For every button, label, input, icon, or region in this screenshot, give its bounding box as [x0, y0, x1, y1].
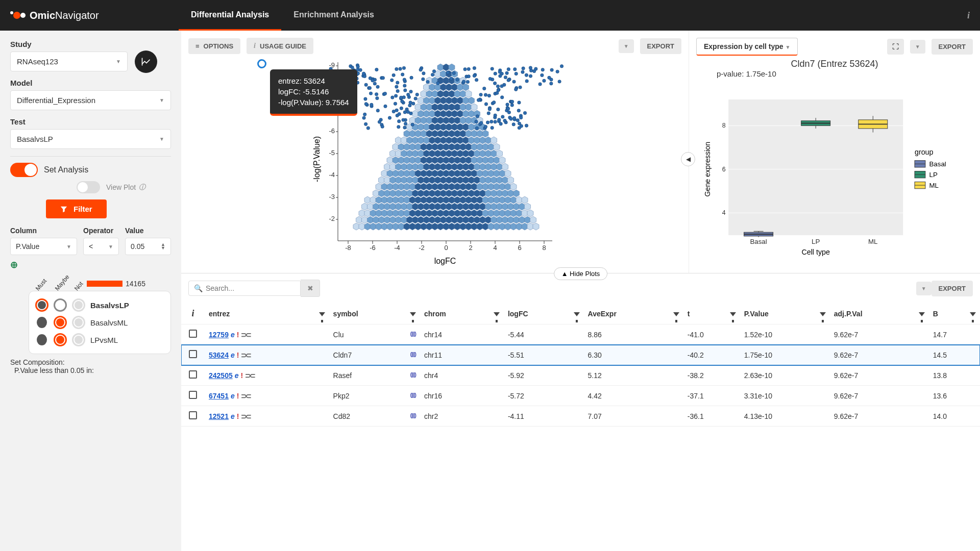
col-adjpval[interactable]: adj.P.Val	[830, 303, 929, 324]
value-input[interactable]: 0.05▲▼	[125, 238, 171, 255]
entrez-link[interactable]: 242505	[209, 371, 233, 380]
usage-guide-button[interactable]: i USAGE GUIDE	[247, 38, 313, 54]
must-dot-icon[interactable]	[35, 333, 48, 346]
db-icon[interactable]: (|||)	[410, 392, 416, 398]
ensembl-bang-icon[interactable]: !	[241, 371, 243, 380]
col-pvalue[interactable]: P.Value	[740, 303, 830, 324]
ensembl-icon[interactable]: e	[231, 351, 235, 359]
collapse-panel-button[interactable]: ◀	[681, 152, 695, 166]
search-input[interactable]	[206, 284, 295, 292]
info-column-icon[interactable]: i	[191, 308, 194, 318]
ensembl-icon[interactable]: e	[231, 331, 235, 339]
row-checkbox[interactable]	[189, 391, 197, 399]
plot-type-select[interactable]: Expression by cell type ▼	[696, 38, 798, 56]
table-row[interactable]: 12759e! ⊃⊂Clu (|||)chr14-5.448.86-41.01.…	[181, 324, 980, 345]
fullscreen-button[interactable]: ⛶	[887, 39, 904, 55]
ensembl-bang-icon[interactable]: !	[237, 392, 239, 400]
ensembl-bang-icon[interactable]: !	[237, 412, 239, 420]
filter-icon[interactable]	[820, 310, 826, 318]
col-t[interactable]: t	[683, 303, 740, 324]
col-logfc[interactable]: logFC	[504, 303, 584, 324]
col-b[interactable]: B	[929, 303, 980, 324]
column-select[interactable]: P.Value▼	[10, 238, 77, 255]
stringdb-icon[interactable]: ⊃⊂	[241, 331, 250, 339]
must-dot-icon[interactable]	[35, 316, 48, 329]
db-icon[interactable]: (|||)	[410, 371, 416, 378]
table-row[interactable]: 53624e! ⊃⊂Cldn7 (|||)chr11-5.516.30-40.2…	[181, 345, 980, 365]
set-row-lpvsml[interactable]: LPvsML	[35, 331, 164, 348]
ensembl-bang-icon[interactable]: !	[237, 351, 239, 359]
model-select[interactable]: Differential_Expression▼	[10, 90, 171, 110]
filter-icon[interactable]	[574, 310, 580, 318]
filter-icon[interactable]	[730, 310, 736, 318]
filter-icon[interactable]	[410, 310, 416, 318]
export-button[interactable]: EXPORT	[640, 38, 681, 54]
test-select[interactable]: BasalvsLP▼	[10, 129, 171, 149]
ensembl-icon[interactable]: e	[235, 371, 239, 380]
tab-differential-analysis[interactable]: Differential Analysis	[179, 0, 281, 31]
highlighted-point-icon[interactable]	[257, 59, 266, 68]
entrez-link[interactable]: 67451	[209, 392, 229, 400]
boxplot[interactable]: 4 6 8 Gene expression	[696, 82, 973, 271]
export-button[interactable]: EXPORT	[932, 39, 973, 55]
ensembl-bang-icon[interactable]: !	[237, 331, 239, 339]
db-icon[interactable]: (|||)	[410, 351, 416, 357]
must-dot-icon[interactable]	[35, 298, 48, 312]
study-select[interactable]: RNAseq123▼	[10, 52, 128, 71]
stringdb-icon[interactable]: ⊃⊂	[245, 371, 254, 380]
spinner-icon[interactable]: ▲▼	[161, 243, 165, 250]
add-filter-button[interactable]: ⊕	[10, 260, 18, 270]
export-button[interactable]: EXPORT	[932, 281, 973, 296]
not-dot-icon[interactable]	[72, 333, 85, 346]
info-icon[interactable]: ⓘ	[139, 183, 145, 192]
not-dot-icon[interactable]	[72, 298, 85, 312]
svg-marker-383	[440, 203, 446, 210]
not-dot-icon[interactable]	[72, 316, 85, 329]
maybe-dot-icon[interactable]	[54, 333, 67, 346]
export-dropdown-button[interactable]: ▼	[619, 39, 634, 53]
table-row[interactable]: 242505e! ⊃⊂Rasef (|||)chr4-5.925.12-38.2…	[181, 365, 980, 386]
filter-icon[interactable]	[919, 310, 925, 318]
filter-icon[interactable]	[970, 310, 976, 318]
db-icon[interactable]: (|||)	[410, 412, 416, 418]
ensembl-icon[interactable]: e	[231, 412, 235, 420]
row-checkbox[interactable]	[189, 411, 197, 419]
stringdb-icon[interactable]: ⊃⊂	[241, 392, 250, 400]
maybe-dot-icon[interactable]	[54, 316, 67, 329]
options-button[interactable]: ≡ OPTIONS	[188, 38, 240, 54]
entrez-link[interactable]: 53624	[209, 351, 229, 359]
entrez-link[interactable]: 12521	[209, 412, 229, 420]
export-dropdown-button[interactable]: ▼	[910, 40, 925, 54]
operator-select[interactable]: <▼	[83, 238, 119, 255]
maybe-dot-icon[interactable]	[54, 298, 67, 312]
tab-enrichment-analysis[interactable]: Enrichment Analysis	[281, 0, 386, 31]
volcano-plot[interactable]: entrez: 53624 logFC: -5.5146 -log(P.Valu…	[188, 57, 681, 266]
stringdb-icon[interactable]: ⊃⊂	[241, 412, 250, 420]
row-checkbox[interactable]	[189, 350, 197, 358]
set-analysis-toggle[interactable]	[10, 163, 38, 177]
filter-icon[interactable]	[673, 310, 679, 318]
export-dropdown-button[interactable]: ▼	[916, 282, 932, 295]
set-row-basalvslp[interactable]: BasalvsLP	[35, 296, 164, 314]
filter-button[interactable]: Filter	[46, 199, 107, 218]
info-icon[interactable]: i	[967, 10, 970, 20]
row-checkbox[interactable]	[189, 370, 197, 379]
clear-search-button[interactable]: ✖	[301, 280, 320, 297]
stringdb-icon[interactable]: ⊃⊂	[241, 351, 250, 359]
filter-icon[interactable]	[319, 310, 325, 318]
hide-plots-button[interactable]: ▲ Hide Plots	[554, 267, 608, 280]
set-row-basalvsml[interactable]: BasalvsML	[35, 314, 164, 331]
view-chart-button[interactable]	[135, 51, 157, 73]
entrez-link[interactable]: 12759	[209, 331, 229, 339]
view-plot-toggle[interactable]	[77, 181, 100, 193]
filter-icon[interactable]	[494, 310, 500, 318]
row-checkbox[interactable]	[189, 330, 197, 338]
col-entrez[interactable]: entrez	[205, 303, 329, 324]
col-symbol[interactable]: symbol	[329, 303, 420, 324]
table-row[interactable]: 67451e! ⊃⊂Pkp2 (|||)chr16-5.724.42-37.13…	[181, 386, 980, 406]
db-icon[interactable]: (|||)	[410, 331, 416, 337]
ensembl-icon[interactable]: e	[231, 392, 235, 400]
table-row[interactable]: 12521e! ⊃⊂Cd82 (|||)chr2-4.117.07-36.14.…	[181, 406, 980, 427]
col-chrom[interactable]: chrom	[420, 303, 504, 324]
col-aveexpr[interactable]: AveExpr	[584, 303, 683, 324]
